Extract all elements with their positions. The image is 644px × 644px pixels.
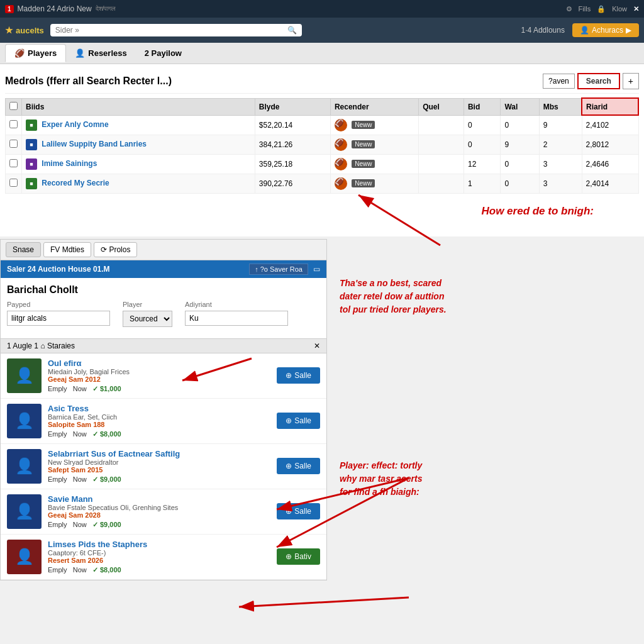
prolos-tab[interactable]: ⟳ Prolos [94,242,137,257]
reserless-tab-label: Reserless [88,48,126,58]
player-status-3: Emply Now ✓ $9,000 [48,521,270,529]
row-badge-2: 🏈 Neww [330,154,418,174]
tab-payilow[interactable]: 2 Payilow [136,45,191,62]
row-bid-0: 0 [464,115,500,135]
row-price-0: $52,20.14 [255,115,330,135]
player-status-1: Emply Now ✓ $8,000 [48,430,270,438]
close-icon[interactable]: ✕ [633,5,639,13]
player-info-2: Selabrriart Sus of Eactnear Saftilg New … [48,449,270,484]
sell-button-3[interactable]: ⊕ Salle [277,503,320,519]
add-icon-2: ⊕ [286,462,292,470]
search-button[interactable]: Search [577,73,620,89]
search-icon[interactable]: 🔍 [287,26,297,35]
row-checkbox-1[interactable] [6,135,22,154]
player-card: 👤 Asic Tress Barnica Ear, Set, Ciich Sal… [1,399,326,444]
player-link-3[interactable]: Recored My Secrie [42,179,109,187]
fills-label: Fills [579,5,591,13]
player-details-1: Barnica Ear, Set, Ciich [48,413,270,421]
player-team-4: Resert Sam 2026 [48,557,270,564]
search-bar[interactable]: 🔍 [50,24,302,36]
sell-button-0[interactable]: ⊕ Salle [277,367,320,384]
account-button[interactable]: 👤 Achuracs ▶ [572,23,639,37]
minimize-icon[interactable]: ▭ [313,265,320,274]
player-link-0[interactable]: Exper Anly Comne [42,120,108,129]
player-info-3: Savie Mann Bavie Fstale Specatius Oli, G… [48,494,270,529]
sell-button-1[interactable]: ⊕ Salle [277,413,320,429]
row-quel-3 [419,174,464,193]
player-info-1: Asic Tress Barnica Ear, Set, Ciich Salop… [48,404,270,438]
row-name-2: ■ Imime Sainings [22,154,255,174]
account-name: Achuracs [592,26,623,35]
sub-tabs-bar: Snase FV Mdties ⟳ Prolos [1,240,326,260]
search-form: Barichal Chollt Payped Player Sourced Ad… [1,278,326,338]
player-link-1[interactable]: Lalilew Suppity Band Lanries [42,140,147,148]
player-team-2: Safept Sam 2015 [48,466,270,474]
row-mbs-1: 2 [539,135,582,154]
adlyrant-input[interactable] [185,311,288,326]
player-name-link-1[interactable]: Asic Tress [48,404,270,413]
annotation-text-3: Player: effect: tortly why mar tasr acer… [340,459,423,499]
players-list: 👤 Oul efirα Miedain Joly, Bagial Frices … [1,353,326,580]
player-name-link-4[interactable]: Limses Pids the Staphers [48,540,270,549]
player-status-4: Emply Now ✓ $8,000 [48,566,270,574]
row-name-1: ■ Lalilew Suppity Band Lanries [22,135,255,154]
sell-button-4[interactable]: ⊕ Bativ [277,548,320,565]
row-wal-0: 0 [501,115,539,135]
raven-button[interactable]: ?aven [543,74,575,89]
tab-players[interactable]: 🏈 Players [5,44,66,62]
row-bid-1: 0 [464,135,500,154]
svg-line-5 [239,597,409,607]
row-checkbox-0[interactable] [6,115,22,135]
close-results-icon[interactable]: ✕ [314,341,320,350]
select-all-checkbox[interactable] [9,102,18,110]
row-price-3: 390,22.76 [255,174,330,193]
fv-mdties-tab[interactable]: FV Mdties [43,242,91,257]
player-price-3: ✓ $9,000 [92,521,121,528]
payped-input[interactable] [7,311,110,326]
player-select[interactable]: Sourced [123,311,172,327]
player-name-link-0[interactable]: Oul efirα [48,358,270,368]
row-mbs-2: 3 [539,154,582,174]
player-team-3: Geeaj Sam 2028 [48,511,270,519]
player-thumbnail-2: 👤 [7,449,42,484]
row-checkbox-3[interactable] [6,174,22,193]
player-link-2[interactable]: Imime Sainings [42,159,97,168]
results-count: 1 Augle 1 ⌂ Staraies [7,341,75,350]
player-details-2: New Slryad Desidraltor [48,458,270,466]
player-team-1: Salopite Sam 188 [48,421,270,428]
player-name-link-3[interactable]: Savie Mann [48,494,270,504]
player-team-0: Geeaj Sam 2012 [48,375,270,383]
sell-actions-3: ⊕ Salle [277,503,320,519]
tab-reserless[interactable]: 👤 Reserless [66,45,135,62]
player-details-3: Bavie Fstale Specatius Oli, Grenhing Sit… [48,504,270,511]
player-card: 👤 Selabrriart Sus of Eactnear Saftilg Ne… [1,444,326,489]
player-label: Player [123,301,172,308]
checkbox-header [6,98,22,115]
adlyrant-group: Adiyriant [185,301,288,327]
row-checkbox-2[interactable] [6,154,22,174]
player-thumbnail-0: 👤 [7,358,42,393]
row-badge-3: 🏈 Neww [330,174,418,193]
player-status-0: Emply Now ✓ $1,000 [48,385,270,393]
form-title: Barichal Chollt [7,284,320,296]
add-icon-4: ⊕ [286,552,292,561]
row-mbs-3: 3 [539,174,582,193]
snase-tab[interactable]: Snase [6,242,41,257]
sell-button-2[interactable]: ⊕ Salle [277,458,320,474]
search-input[interactable] [55,26,287,35]
annotation-area-1: How ered de to bnigh: [0,199,644,236]
players-tab-label: Players [28,48,57,58]
right-annotations: Tha'se a no best, scared dater retel dow… [327,239,644,580]
fills-icon[interactable]: ⚙ [566,5,572,13]
biids-header: Biids [22,98,255,115]
player-name-link-2[interactable]: Selabrriart Sus of Eactnear Saftilg [48,449,270,458]
add-button[interactable]: + [623,73,639,89]
player-thumbnail-3: 👤 [7,494,42,529]
save-row-button[interactable]: ↑ ?o Saver Roa [249,264,308,275]
results-table: Biids Blyde Recender Quel Bid Wal Mbs Ri… [5,97,639,194]
sell-actions-0: ⊕ Salle [277,367,320,384]
player-thumbnail-1: 👤 [7,404,42,438]
add-icon-3: ⊕ [286,507,292,516]
add-icon-0: ⊕ [286,371,292,380]
main-content: Medrols (fferr all Search Recter l...) ?… [0,64,644,199]
